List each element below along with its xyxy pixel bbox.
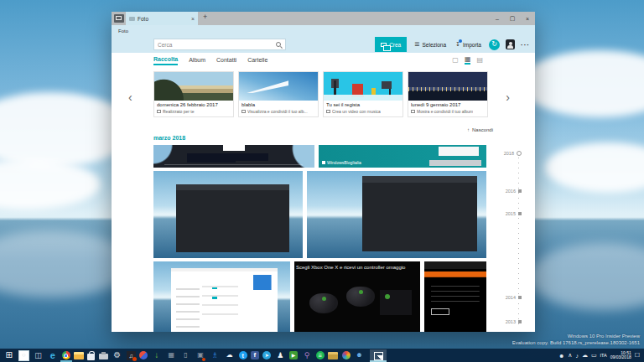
file-explorer-icon[interactable] [74, 352, 84, 359]
timeline-year[interactable]: 2014 [506, 295, 522, 300]
album-type-icon [326, 110, 330, 113]
documents-folder-icon[interactable] [328, 352, 338, 359]
album-card[interactable]: Tu sei il regista Crea un video con musi… [323, 71, 403, 117]
task-view-icon[interactable]: ◫ [33, 350, 44, 361]
downloads-icon[interactable]: ↓ [151, 350, 162, 361]
album-cover [154, 72, 233, 101]
hide-carousel-button[interactable]: ↑ Nascondi [467, 127, 493, 132]
gallery-content: ‹ › domenica 26 febbraio 2017 Realizzato… [112, 67, 535, 332]
cloud [545, 142, 644, 193]
search-box[interactable] [153, 39, 286, 50]
new-tab-button[interactable]: + [198, 12, 212, 25]
photo-thumbnail[interactable] [153, 261, 290, 332]
photo-grid: WindowsBlogItalia [153, 145, 486, 332]
album-title: blabla [242, 102, 315, 107]
view-large-icon[interactable]: ▢ [452, 57, 459, 64]
timeline-year[interactable]: 2016 [506, 189, 522, 194]
photo-thumbnail[interactable] [307, 171, 486, 258]
album-subtitle: Visualizza e condividi il tuo alb... [247, 109, 308, 114]
tab-close-icon[interactable]: × [191, 16, 195, 22]
pinned-app-icon[interactable]: ♟ [275, 350, 286, 361]
search-input[interactable] [154, 42, 276, 48]
start-button-icon[interactable]: ⊞ [3, 350, 14, 361]
sets-icon[interactable] [114, 14, 124, 23]
settings-gear-icon[interactable]: ⚙ [112, 350, 122, 361]
view-details-icon[interactable]: ▤ [476, 57, 483, 64]
store-icon[interactable] [87, 354, 95, 360]
tab-foto[interactable]: Foto × [126, 12, 198, 25]
photo-thumbnail[interactable] [153, 145, 314, 168]
album-card[interactable]: lunedì 9 gennaio 2017 Mostra e condividi… [408, 71, 488, 117]
search-icon[interactable] [276, 42, 281, 47]
mail-app-icon[interactable]: ▣ [195, 350, 205, 361]
edge-icon[interactable]: e [47, 350, 58, 361]
month-header[interactable]: marzo 2018 [153, 135, 185, 141]
music-app-icon[interactable]: ♫ [127, 351, 136, 360]
tab-album[interactable]: Album [189, 55, 205, 65]
cortana-search-icon[interactable]: ○ [18, 350, 29, 361]
spotify-icon[interactable]: ☰ [316, 351, 325, 359]
pinned-app-icon[interactable]: ♗ [210, 350, 221, 361]
timeline-year[interactable]: 2013 [506, 319, 522, 324]
tab-cartelle[interactable]: Cartelle [247, 55, 267, 65]
language-indicator[interactable]: ITA [600, 353, 607, 358]
minimize-button[interactable]: – [490, 16, 505, 22]
volume-icon[interactable]: ♪ [575, 353, 579, 359]
timeline-scrollbar[interactable]: 2018 2016 2015 2014 2013 [493, 147, 522, 330]
thumb-tiles [368, 191, 471, 246]
create-label: Crea [389, 42, 401, 48]
tab-raccolta[interactable]: Raccolta [153, 54, 178, 65]
maximize-button[interactable]: ▢ [505, 15, 520, 22]
album-card[interactable]: blabla Visualizza e condividi il tuo alb… [238, 71, 319, 117]
account-icon[interactable] [506, 39, 515, 49]
import-button[interactable]: ↧ Importa [454, 41, 483, 48]
twitter-icon[interactable]: t [239, 351, 247, 359]
tab-contatti[interactable]: Contatti [216, 55, 236, 65]
printer-icon[interactable] [99, 354, 108, 359]
browser-orb-icon[interactable] [342, 351, 351, 359]
clock[interactable]: 10:51 09/03/2018 [610, 351, 631, 360]
xbox-promo-caption: Scegli Xbox One X e ricevi un controller… [296, 265, 420, 270]
video-app-icon[interactable]: ▶ [289, 351, 298, 359]
carousel-prev-icon[interactable]: ‹ [128, 90, 132, 104]
paint-app-icon[interactable] [139, 351, 148, 359]
action-center-icon[interactable]: ☐ [635, 352, 640, 359]
timeline-year[interactable]: 2015 [506, 211, 522, 216]
select-icon: ☰ [414, 41, 419, 48]
cloud-app-icon[interactable]: ☁ [224, 350, 235, 361]
carousel-next-icon[interactable]: › [506, 90, 510, 104]
photo-thumbnail[interactable]: WindowsBlogItalia [319, 145, 486, 168]
sync-status-icon[interactable]: ↻ [489, 39, 500, 50]
create-button[interactable]: Crea [375, 37, 407, 52]
thumb-browser-window [362, 176, 477, 251]
timeline-year[interactable]: 2018 [504, 151, 522, 156]
photo-thumbnail[interactable] [153, 171, 303, 258]
pinned-app-icon[interactable]: ▦ [166, 350, 177, 361]
facebook-icon[interactable]: f [251, 351, 259, 359]
create-icon [381, 43, 387, 47]
telegram-icon[interactable]: ➤ [262, 351, 271, 359]
album-card[interactable]: domenica 26 febbraio 2017 Realizzato per… [153, 71, 234, 117]
people-tray-icon[interactable]: ☻ [558, 353, 564, 359]
xbox-console [380, 290, 412, 315]
taskbar: ⊞ ○ ◫ e ⚙ ♫ ↓ ▦ ▯ ▣ ♗ ☁ t f ➤ ♟ ▶ ⚲ ☰ ☻ … [0, 349, 644, 362]
hidden-icons-chevron[interactable]: ∧ [568, 352, 572, 359]
photo-thumbnail[interactable] [424, 261, 486, 332]
people-app-icon[interactable]: ☻ [354, 350, 365, 361]
photos-app-taskbar-icon[interactable] [370, 349, 387, 362]
album-cover [324, 72, 402, 101]
close-button[interactable]: × [520, 16, 535, 22]
up-arrow-icon: ↑ [467, 127, 470, 132]
album-title: domenica 26 febbraio 2017 [157, 102, 231, 107]
see-more-button[interactable]: ··· [521, 41, 530, 49]
xbox-controller [309, 293, 338, 313]
chrome-icon[interactable] [62, 351, 70, 359]
onedrive-tray-icon[interactable]: ☁ [582, 352, 588, 359]
view-grid-icon[interactable]: ▦ [465, 56, 471, 65]
network-icon[interactable]: ▭ [591, 352, 597, 359]
phone-app-icon[interactable]: ▯ [180, 350, 191, 361]
select-button[interactable]: ☰ Seleziona [413, 41, 448, 48]
app-title: Foto [118, 28, 128, 34]
search-app-icon[interactable]: ⚲ [301, 350, 312, 361]
photo-thumbnail[interactable]: Scegli Xbox One X e ricevi un controller… [294, 261, 420, 332]
